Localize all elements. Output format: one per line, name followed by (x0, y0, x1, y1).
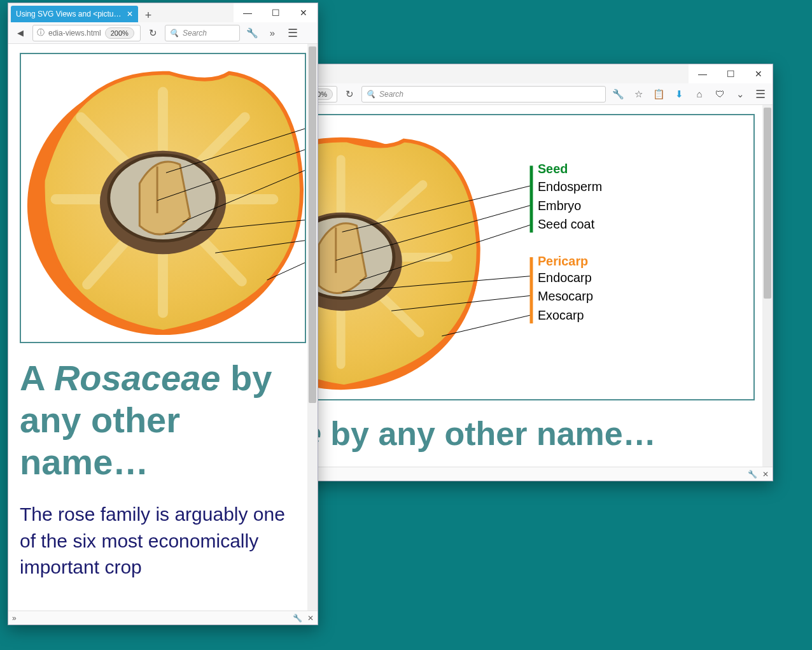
statusbar: » 🔧 ✕ (8, 611, 318, 625)
window-buttons: — ☐ ✕ (689, 64, 773, 83)
search-icon: 🔍 (169, 29, 179, 38)
chevrons-icon[interactable]: » (12, 614, 17, 623)
minimize-button[interactable]: — (234, 3, 262, 22)
maximize-button[interactable]: ☐ (717, 64, 745, 83)
titlebar: Using SVG Views and <picture> ✕ + — ☐ ✕ (8, 3, 318, 22)
label-mesocarp: Mesocarp (538, 289, 593, 303)
info-icon[interactable]: ⓘ (37, 27, 45, 38)
label-exocarp: Exocarp (538, 308, 584, 322)
url-text: edia-views.html (48, 29, 101, 38)
label-seedcoat: Seed coat (538, 217, 595, 231)
label-seed-title: Seed (538, 162, 568, 176)
new-tab-button[interactable]: + (139, 9, 157, 22)
label-pericarp-title: Pericarp (538, 254, 588, 268)
more-icon[interactable]: » (264, 25, 281, 41)
maximize-button[interactable]: ☐ (262, 3, 290, 22)
tab-close-icon[interactable]: ✕ (127, 10, 133, 18)
scrollbar-thumb[interactable] (309, 46, 316, 403)
menu-icon[interactable]: ☰ (752, 86, 769, 102)
reload-icon[interactable]: ↻ (144, 25, 161, 41)
clipboard-icon[interactable]: 📋 (650, 86, 667, 102)
scrollbar[interactable] (307, 44, 318, 611)
label-endosperm: Endosperm (538, 180, 602, 194)
search-box[interactable]: 🔍 Search (361, 86, 606, 102)
wrench-icon[interactable]: 🔧 (293, 614, 302, 623)
browser-window-front: Using SVG Views and <picture> ✕ + — ☐ ✕ … (8, 3, 318, 625)
pocket-icon[interactable]: ⌄ (732, 86, 748, 102)
peach-diagram-narrow (20, 53, 306, 343)
scrollbar[interactable] (762, 105, 773, 467)
reload-icon[interactable]: ↻ (341, 86, 358, 102)
nav-back-icon[interactable]: ◀ (12, 25, 29, 41)
search-box[interactable]: 🔍 Search (165, 25, 240, 41)
tab-title: Using SVG Views and <picture> (16, 10, 123, 18)
devtools-close-icon[interactable]: ✕ (307, 614, 314, 623)
toolbar: ◀ ⓘ edia-views.html 200% ↻ 🔍 Search 🔧 » … (8, 22, 318, 44)
devtools-close-icon[interactable]: ✕ (762, 470, 769, 479)
peach-svg-narrow (21, 54, 305, 342)
window-buttons: — ☐ ✕ (234, 3, 318, 22)
label-endocarp: Endocarp (538, 271, 592, 285)
search-placeholder: Search (183, 29, 207, 38)
tabstrip: Using SVG Views and <picture> ✕ + (8, 3, 234, 22)
tab-active[interactable]: Using SVG Views and <picture> ✕ (11, 6, 138, 22)
home-icon[interactable]: ⌂ (691, 86, 708, 102)
wrench-icon[interactable]: 🔧 (610, 86, 626, 102)
shield-icon[interactable]: 🛡 (711, 86, 728, 102)
label-embryo: Embryo (538, 199, 581, 213)
wrench-icon[interactable]: 🔧 (244, 25, 260, 41)
url-box[interactable]: ⓘ edia-views.html 200% (32, 25, 141, 41)
menu-icon[interactable]: ☰ (284, 25, 301, 41)
body-paragraph: The rose family is arguably one of the s… (20, 501, 306, 580)
search-icon: 🔍 (366, 90, 375, 99)
download-icon[interactable]: ⬇ (671, 86, 687, 102)
zoom-pill[interactable]: 200% (105, 27, 134, 39)
scrollbar-thumb[interactable] (764, 108, 771, 299)
wrench-icon[interactable]: 🔧 (748, 470, 757, 479)
page-heading: A Rosaceae by any other name… (20, 357, 306, 483)
minimize-button[interactable]: — (689, 64, 717, 83)
close-button[interactable]: ✕ (290, 3, 318, 22)
star-icon[interactable]: ☆ (630, 86, 647, 102)
close-button[interactable]: ✕ (745, 64, 773, 83)
content-area: A Rosaceae by any other name… The rose f… (8, 44, 318, 611)
search-placeholder: Search (379, 90, 403, 99)
